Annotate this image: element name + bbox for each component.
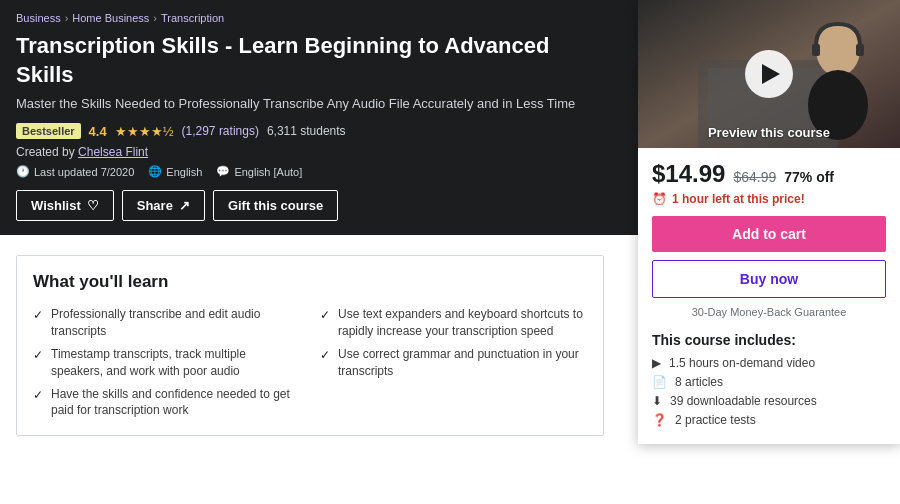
- svg-point-3: [816, 24, 860, 76]
- learn-title: What you'll learn: [33, 272, 587, 292]
- check-icon-5: ✓: [320, 347, 330, 364]
- page-wrapper: Business › Home Business › Transcription…: [0, 0, 900, 504]
- learn-item-2: ✓ Timestamp transcripts, track multiple …: [33, 346, 300, 380]
- include-video: ▶ 1.5 hours on-demand video: [652, 356, 886, 370]
- share-icon: ↗: [179, 198, 190, 213]
- add-to-cart-button[interactable]: Add to cart: [652, 216, 886, 252]
- rating-count: (1,297 ratings): [182, 124, 259, 138]
- play-triangle-icon: [762, 64, 780, 84]
- breadcrumb: Business › Home Business › Transcription: [16, 12, 604, 24]
- preview-label: Preview this course: [708, 125, 830, 140]
- includes-title: This course includes:: [652, 332, 886, 348]
- urgency-message: ⏰ 1 hour left at this price!: [652, 192, 886, 206]
- created-by: Created by Chelsea Flint: [16, 145, 604, 159]
- check-icon-2: ✓: [33, 347, 43, 364]
- meta-row: 🕐 Last updated 7/2020 🌐 English 💬 Englis…: [16, 165, 604, 178]
- price-row: $14.99 $64.99 77% off: [652, 160, 886, 188]
- breadcrumb-business[interactable]: Business: [16, 12, 61, 24]
- bestseller-badge: Bestseller: [16, 123, 81, 139]
- price-original: $64.99: [733, 169, 776, 185]
- rating-number: 4.4: [89, 124, 107, 139]
- download-icon: ⬇: [652, 394, 662, 408]
- hero-section: Business › Home Business › Transcription…: [0, 0, 900, 235]
- author-link[interactable]: Chelsea Flint: [78, 145, 148, 159]
- buy-now-button[interactable]: Buy now: [652, 260, 886, 298]
- video-icon: ▶: [652, 356, 661, 370]
- check-icon-4: ✓: [320, 307, 330, 324]
- language-meta: 🌐 English: [148, 165, 202, 178]
- course-title: Transcription Skills - Learn Beginning t…: [16, 32, 604, 89]
- heart-icon: ♡: [87, 198, 99, 213]
- learn-item-1: ✓ Professionally transcribe and edit aud…: [33, 306, 300, 340]
- guarantee-text: 30-Day Money-Back Guarantee: [652, 306, 886, 318]
- card-body: $14.99 $64.99 77% off ⏰ 1 hour left at t…: [638, 148, 900, 444]
- clock-icon: 🕐: [16, 165, 30, 178]
- sidebar-card: Preview this course $14.99 $64.99 77% of…: [638, 0, 900, 444]
- learn-item-5: ✓ Use correct grammar and punctuation in…: [320, 346, 587, 380]
- breadcrumb-transcription[interactable]: Transcription: [161, 12, 224, 24]
- share-button[interactable]: Share ↗: [122, 190, 205, 221]
- article-icon: 📄: [652, 375, 667, 389]
- course-preview[interactable]: Preview this course: [638, 0, 900, 148]
- captions-icon: 💬: [216, 165, 230, 178]
- breadcrumb-home-business[interactable]: Home Business: [72, 12, 149, 24]
- include-tests: ❓ 2 practice tests: [652, 413, 886, 427]
- student-count: 6,311 students: [267, 124, 346, 138]
- alarm-icon: ⏰: [652, 192, 667, 206]
- include-articles: 📄 8 articles: [652, 375, 886, 389]
- star-rating: ★★★★½: [115, 124, 174, 139]
- check-icon-3: ✓: [33, 387, 43, 404]
- course-subtitle: Master the Skills Needed to Professional…: [16, 95, 604, 113]
- svg-rect-4: [812, 44, 820, 56]
- rating-row: Bestseller 4.4 ★★★★½ (1,297 ratings) 6,3…: [16, 123, 604, 139]
- price-current: $14.99: [652, 160, 725, 188]
- play-button[interactable]: [745, 50, 793, 98]
- course-includes: This course includes: ▶ 1.5 hours on-dem…: [652, 332, 886, 427]
- last-updated: 🕐 Last updated 7/2020: [16, 165, 134, 178]
- wishlist-button[interactable]: Wishlist ♡: [16, 190, 114, 221]
- learn-box: What you'll learn ✓ Professionally trans…: [16, 255, 604, 436]
- check-icon-1: ✓: [33, 307, 43, 324]
- learn-item-4: ✓ Use text expanders and keyboard shortc…: [320, 306, 587, 340]
- globe-icon: 🌐: [148, 165, 162, 178]
- discount-label: 77% off: [784, 169, 834, 185]
- action-row: Wishlist ♡ Share ↗ Gift this course: [16, 190, 604, 221]
- svg-rect-5: [856, 44, 864, 56]
- captions-meta: 💬 English [Auto]: [216, 165, 302, 178]
- gift-button[interactable]: Gift this course: [213, 190, 338, 221]
- include-resources: ⬇ 39 downloadable resources: [652, 394, 886, 408]
- test-icon: ❓: [652, 413, 667, 427]
- learn-grid: ✓ Professionally transcribe and edit aud…: [33, 306, 587, 419]
- learn-item-3: ✓ Have the skills and confidence needed …: [33, 386, 300, 420]
